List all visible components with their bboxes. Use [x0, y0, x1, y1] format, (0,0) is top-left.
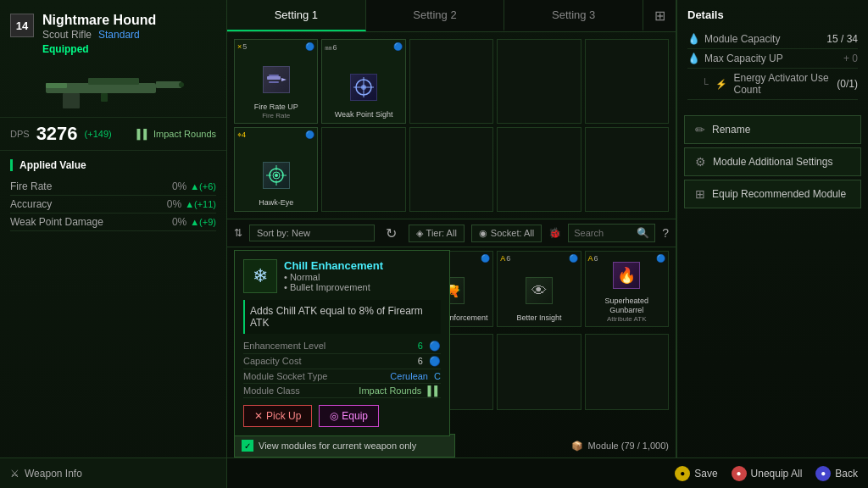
slot6-tier: ⌖4	[237, 130, 246, 140]
equip-recommended-label: Equip Recommended Module	[712, 188, 846, 200]
tab-setting-3-label: Setting 3	[552, 8, 595, 21]
socket-type-label: Module Socket Type	[243, 371, 327, 381]
module-slot-2[interactable]: ㎜6 🔵 Weak Point Sight	[321, 39, 405, 124]
detail-max-capacity: 💧 Max Capacity UP + 0	[687, 49, 858, 69]
tab-setting-2-label: Setting 2	[413, 8, 456, 21]
stat-delta-firerate: ▲(+6)	[190, 181, 216, 191]
refresh-button[interactable]: ↻	[381, 223, 402, 243]
bottom-bar: ● Save ● Unequip All ● Back	[227, 458, 868, 488]
tooltip-header: ❄ Chill Enhancement • Normal • Bullet Im…	[243, 259, 441, 293]
socket-icon: ◉	[479, 228, 487, 239]
back-btn-circle: ●	[815, 466, 831, 481]
detail-energy: └ ⚡ Energy Activator Use Count (0/1)	[687, 69, 858, 100]
ammo-icon: ▌▌	[136, 129, 150, 139]
dps-label: DPS	[10, 129, 30, 139]
slot6-cap: 🔵	[305, 130, 314, 139]
sort-control[interactable]: Sort by: New	[249, 225, 375, 241]
unequip-label: Unequip All	[751, 468, 803, 480]
equip-button[interactable]: ◎ Equip	[319, 405, 379, 427]
details-section: Details 💧 Module Capacity 15 / 34 💧 Max …	[677, 0, 868, 108]
tab-setting-3[interactable]: Setting 3	[504, 0, 643, 31]
back-action[interactable]: ● Back	[815, 466, 858, 481]
slot6-name: Hawk-Eye	[259, 198, 293, 208]
checkbox-icon: ✓	[242, 440, 253, 452]
svg-rect-7	[267, 76, 281, 80]
slot1-sub: Fire Rate	[262, 112, 290, 119]
tier-icon: ◈	[416, 228, 423, 239]
energy-value: (0/1)	[837, 78, 858, 90]
weapon-type: Scout Rifle	[42, 29, 92, 41]
back-label: Back	[835, 468, 858, 480]
stat-base-firerate: 0%	[161, 180, 186, 192]
tab-setting-1[interactable]: Setting 1	[227, 0, 366, 31]
rename-button[interactable]: ✏ Rename	[684, 115, 861, 144]
search-icon: 🔍	[637, 227, 649, 239]
module-list-item-insight[interactable]: A 6 🔵 👁 Better Insight	[497, 251, 581, 327]
tab-grid-button[interactable]: ⊞	[643, 0, 676, 31]
slot1-tier: ×5	[237, 42, 247, 51]
module-count-icon: 📦	[571, 441, 583, 452]
socket-label: Socket: All	[491, 228, 534, 238]
unequip-all-action[interactable]: ● Unequip All	[732, 466, 803, 481]
pickup-button[interactable]: ✕ Pick Up	[243, 405, 312, 427]
fire-rate-icon	[263, 66, 290, 93]
slot2-cap: 🔵	[393, 42, 403, 51]
svg-point-14	[361, 85, 366, 90]
detail-module-capacity: 💧 Module Capacity 15 / 34	[687, 30, 858, 49]
view-checkbox-bar[interactable]: ✓ View modules for current weapon only	[234, 434, 455, 458]
search-input[interactable]	[574, 228, 633, 238]
module-list-empty-5[interactable]	[585, 334, 669, 410]
gun-tier: A	[588, 254, 593, 263]
view-checkbox-label: View modules for current weapon only	[259, 441, 416, 451]
tooltip-description: Adds Chill ATK equal to 8% of Firearm AT…	[243, 300, 441, 334]
enhancement-icon: 🔵	[429, 341, 441, 351]
module-slot-4[interactable]	[497, 39, 581, 124]
stat-base-accuracy: 0%	[156, 198, 181, 210]
rename-label: Rename	[712, 124, 750, 136]
dps-row: DPS 3276 (+149) ▌▌ Impact Rounds	[0, 117, 226, 151]
tooltip-popup: ❄ Chill Enhancement • Normal • Bullet Im…	[234, 250, 450, 436]
enhancement-label: Enhancement Level	[243, 341, 326, 352]
tab-setting-1-label: Setting 1	[275, 8, 318, 21]
weapon-grade: Standard	[98, 29, 140, 41]
module-slot-10[interactable]	[585, 127, 669, 212]
main-panel: Setting 1 Setting 2 Setting 3 ⊞ ×5 🔵	[227, 0, 676, 488]
energy-label: Energy Activator Use Count	[734, 72, 834, 96]
weapon-info-button[interactable]: ⚔ Weapon Info	[0, 458, 226, 488]
module-slot-3[interactable]	[409, 39, 493, 124]
capacity-value: 6 🔵	[418, 356, 441, 367]
module-slot-6[interactable]: ⌖4 🔵 Hawk-Eye	[234, 127, 318, 212]
svg-rect-4	[46, 83, 67, 88]
module-settings-button[interactable]: ⚙ Module Additional Settings	[684, 147, 861, 176]
enhancement-value: 6 🔵	[418, 341, 441, 352]
stat-base-weakpoint: 0%	[161, 216, 186, 228]
module-slot-9[interactable]	[497, 127, 581, 212]
module-slot-5[interactable]	[585, 39, 669, 124]
tab-setting-2[interactable]: Setting 2	[366, 0, 505, 31]
weapon-svg	[37, 66, 190, 113]
svg-rect-1	[88, 78, 139, 85]
action-buttons: ✏ Rename ⚙ Module Additional Settings ⊞ …	[677, 108, 868, 215]
tier-filter[interactable]: ◈ Tier: All	[409, 225, 465, 242]
module-slot-8[interactable]	[409, 127, 493, 212]
module-slot-1[interactable]: ×5 🔵 Fire Rate UP Fire Rate	[234, 39, 318, 124]
gun-tier-num: 6	[594, 254, 598, 263]
save-action[interactable]: ● Save	[675, 466, 717, 481]
module-count-label: Module (79 / 1,000)	[588, 441, 669, 451]
module-slot-7[interactable]	[321, 127, 405, 212]
stat-row-firerate: Fire Rate 0% ▲(+6)	[10, 178, 216, 196]
capacity-icon: 🔵	[429, 356, 441, 366]
insight-cap: 🔵	[569, 254, 578, 263]
module-count-bar: 📦 Module (79 / 1,000)	[506, 434, 676, 458]
module-list-empty-4[interactable]	[497, 334, 581, 410]
rifle-cap: 🔵	[481, 254, 490, 263]
slot1-cap: 🔵	[305, 42, 314, 51]
help-icon[interactable]: ?	[662, 226, 669, 240]
gun-icon: 🔥	[605, 255, 648, 295]
hawk-eye-icon	[263, 162, 290, 189]
search-bar: 🔍	[568, 224, 655, 242]
module-list-item-gunbarrel[interactable]: A 6 🔵 🔥 Superheated Gunbarrel Attribute …	[585, 251, 669, 327]
socket-filter[interactable]: ◉ Socket: All	[471, 225, 542, 242]
equip-recommended-button[interactable]: ⊞ Equip Recommended Module	[684, 180, 861, 208]
svg-rect-6	[101, 93, 108, 102]
